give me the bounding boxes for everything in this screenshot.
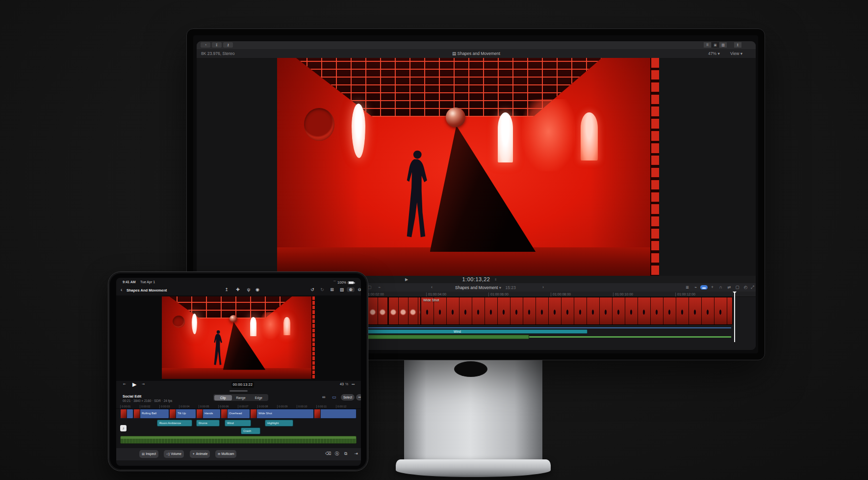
ipad-timecode[interactable]: 00:00:13:22 xyxy=(231,382,254,388)
viewer-zoom-level[interactable]: 43 xyxy=(340,382,344,386)
effect-clip[interactable]: Crash xyxy=(241,427,260,434)
status-right: ⌒ 100% xyxy=(333,280,354,285)
fullscreen-icon[interactable]: ⤢ xyxy=(749,285,756,290)
ipad-timeline-ruler[interactable]: 0:00:01 0:00:02 0:00:03 0:00:04 0:00:05 … xyxy=(116,404,361,409)
import-media-icon[interactable]: ✚ xyxy=(234,287,242,292)
battery-percent: 100% xyxy=(337,281,346,284)
audio-clip-strip[interactable] xyxy=(120,436,357,444)
back-icon[interactable]: ‹ xyxy=(121,287,122,293)
inspect-icon: ▤ xyxy=(142,452,145,455)
video-clip[interactable]: Overhead xyxy=(221,409,250,419)
primary-storyline[interactable]: Wide Shot xyxy=(327,297,733,325)
drag-handle[interactable] xyxy=(230,390,248,392)
project-options-icon[interactable]: ● xyxy=(163,288,165,292)
mode-edge[interactable]: Edge xyxy=(250,395,267,400)
redo-icon[interactable]: ↻ xyxy=(318,287,326,292)
porthole-window xyxy=(304,108,334,141)
play-button[interactable]: ▶ xyxy=(132,381,136,388)
background-tasks-icon[interactable]: ◔ xyxy=(201,42,210,48)
multicam-button[interactable]: ⊞Multicam xyxy=(215,450,236,458)
connected-clip-line[interactable] xyxy=(327,327,731,328)
clock-icon[interactable]: ◴ xyxy=(742,285,749,290)
connected-clip[interactable]: Drums xyxy=(196,420,220,427)
browser-toggle-icon[interactable]: ⠿ xyxy=(704,42,711,48)
video-clip[interactable]: Tilt Up xyxy=(169,409,196,419)
viewer-toggle-icon[interactable]: ▣ xyxy=(712,42,719,48)
video-clip[interactable] xyxy=(388,297,421,324)
select-button[interactable]: Select xyxy=(341,394,355,400)
mode-range[interactable]: Range xyxy=(232,395,250,400)
multicam-icon: ⊞ xyxy=(218,452,220,455)
display-stand-gap xyxy=(454,361,487,377)
overwrite-icon[interactable]: ▢ xyxy=(734,285,741,290)
ruler-tick: 01:00:10:00 xyxy=(613,293,633,296)
video-clip[interactable]: Wide Shot xyxy=(250,409,314,419)
import-icon[interactable]: ↧ xyxy=(212,42,222,48)
volume-button[interactable]: ◁)Volume xyxy=(164,450,184,458)
wide-shot-clip[interactable]: Wide Shot xyxy=(421,297,733,324)
connected-clip[interactable]: Highlight xyxy=(265,420,293,427)
timeline-forward-icon[interactable]: › xyxy=(542,285,544,290)
inspector-toggle-icon[interactable]: ▥ xyxy=(719,42,727,48)
skip-forward-icon[interactable]: ⇥ xyxy=(142,382,145,386)
index-icon[interactable]: ≣ xyxy=(684,285,691,290)
effects-icon[interactable]: ⌁ xyxy=(376,285,383,290)
trim-icon[interactable]: ⇄ xyxy=(725,285,733,290)
skip-back-icon[interactable]: ⇤ xyxy=(123,382,126,386)
viewer-zoom-menu[interactable]: 47% ▾ xyxy=(708,51,720,56)
snapping-icon[interactable]: ▬ xyxy=(700,285,708,290)
wall-shade-right xyxy=(590,58,659,276)
share-icon[interactable]: ↥ xyxy=(734,42,741,48)
clip-label: Rolling Ball xyxy=(142,412,156,415)
voiceover-icon[interactable]: ψ xyxy=(245,287,253,292)
more-icon[interactable]: ••• xyxy=(352,382,355,386)
audio-monitor-icon[interactable]: ∩ xyxy=(717,285,724,290)
audition-icon[interactable]: Ⓐ xyxy=(333,451,340,457)
video-clip[interactable]: Rolling Ball xyxy=(133,409,169,419)
audio-clip-line[interactable] xyxy=(529,336,731,338)
playhead[interactable] xyxy=(734,292,735,342)
view-menu[interactable]: View ▾ xyxy=(730,51,742,56)
insert-icon[interactable]: + xyxy=(709,285,716,290)
video-clip-partial[interactable] xyxy=(120,409,133,419)
video-clip[interactable]: Hands xyxy=(196,409,221,419)
ipad-project-title[interactable]: Shapes And Movement xyxy=(127,288,167,293)
status-time: 9:41 AM xyxy=(123,280,136,284)
inspect-button[interactable]: ▤Inspect xyxy=(139,450,158,458)
audio-track-icon[interactable]: ♪ xyxy=(120,425,127,431)
zoom-icon[interactable]: ⊕ xyxy=(347,287,355,292)
timeline-back-icon[interactable]: ‹ xyxy=(431,285,433,290)
split-view-icon[interactable]: ⊞ xyxy=(328,287,336,292)
dancer-silhouette xyxy=(405,137,428,251)
duplicate-icon[interactable]: ⧉ xyxy=(342,451,349,456)
keywords-icon[interactable]: ⚷ xyxy=(223,42,233,48)
mode-clip[interactable]: Clip xyxy=(214,395,232,400)
ruler-tick: 0:00:10 xyxy=(297,405,307,408)
connected-clip[interactable]: Room Ambience xyxy=(157,420,192,427)
ipad-transport-bar: ⇤ ▶ ⇥ 00:00:13:22 43 % ••• xyxy=(116,381,361,389)
ipad-timeline[interactable]: Rolling Ball Tilt Up Hands Overhead Wide… xyxy=(116,409,361,448)
collapse-icon[interactable]: ⊖ xyxy=(356,287,361,292)
animate-button[interactable]: ✦Animate xyxy=(190,450,210,458)
share-icon[interactable]: ↥ xyxy=(223,287,230,292)
black-pyramid xyxy=(430,126,536,252)
history-icon[interactable]: ↺ xyxy=(308,287,316,292)
snapping-icon[interactable]: ▭ xyxy=(332,395,336,400)
film-icon: ▤ xyxy=(452,51,456,56)
connected-clip[interactable]: Wind xyxy=(225,420,251,427)
more-button[interactable]: ••• xyxy=(356,394,361,400)
trash-icon[interactable]: ⌫ xyxy=(325,451,332,456)
record-icon[interactable]: ◉ xyxy=(254,287,261,292)
timeline-tab-title[interactable]: Shapes and Movement ▾ 15:23 xyxy=(455,285,516,290)
append-icon[interactable]: ⇥ xyxy=(353,451,359,456)
media-browser-icon[interactable]: ▨ xyxy=(338,287,346,292)
status-date: Tue Apr 1 xyxy=(140,280,155,284)
audio-meters-icon[interactable]: ‖ xyxy=(495,277,496,282)
connect-icon[interactable]: ⌁ xyxy=(692,285,699,290)
audio-waveform xyxy=(121,439,356,443)
video-clip-tail[interactable] xyxy=(314,409,357,419)
link-icon[interactable]: ∞ xyxy=(322,395,325,400)
ruler-tick: 0:00:03 xyxy=(159,405,170,408)
red-room-scene xyxy=(277,58,659,276)
project-name: Social Edit xyxy=(123,394,141,399)
